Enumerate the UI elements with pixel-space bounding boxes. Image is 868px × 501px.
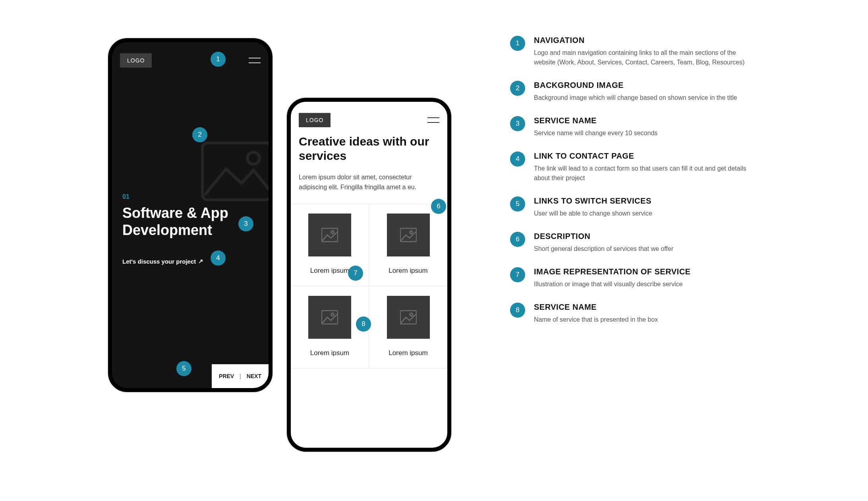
- service-image-placeholder-icon: [387, 214, 430, 256]
- annotation-badge: 7: [510, 267, 525, 282]
- annotation-description: Background image which will change based…: [534, 93, 756, 103]
- annotation-item: 6 DESCRIPTION Short general description …: [510, 232, 764, 254]
- hamburger-icon[interactable]: [427, 117, 439, 123]
- svg-rect-4: [400, 228, 416, 242]
- svg-point-7: [331, 313, 334, 316]
- annotation-title: BACKGROUND IMAGE: [534, 81, 764, 90]
- services-grid: Lorem ipsum Lorem ipsum: [291, 204, 447, 369]
- annotation-description: Short general description of services th…: [534, 244, 756, 254]
- service-card[interactable]: Lorem ipsum: [369, 204, 447, 286]
- svg-point-5: [410, 231, 412, 233]
- annotation-badge: 4: [510, 151, 525, 167]
- annotation-badge-6: 6: [431, 199, 446, 214]
- service-card[interactable]: Lorem ipsum: [369, 286, 447, 369]
- annotation-title: SERVICE NAME: [534, 303, 764, 312]
- logo[interactable]: LOGO: [120, 53, 152, 68]
- next-button[interactable]: NEXT: [247, 373, 261, 379]
- service-card-label: Lorem ipsum: [310, 349, 349, 357]
- annotation-description: Name of service that is presented in the…: [534, 315, 756, 324]
- services-heading: Creative ideas with our services: [299, 134, 439, 163]
- annotation-item: 3 SERVICE NAME Service name will change …: [510, 116, 764, 138]
- svg-point-9: [410, 313, 412, 316]
- annotation-badge-3: 3: [238, 216, 253, 231]
- svg-rect-0: [202, 143, 271, 200]
- annotation-item: 8 SERVICE NAME Name of service that is p…: [510, 303, 764, 324]
- annotation-description: User will be able to change shown servic…: [534, 209, 756, 218]
- service-card-label: Lorem ipsum: [389, 267, 427, 275]
- annotation-title: LINK TO CONTACT PAGE: [534, 151, 764, 161]
- annotation-description: Service name will change every 10 second…: [534, 128, 756, 138]
- service-image-placeholder-icon: [387, 296, 430, 339]
- cta-label: Let's discuss your project: [122, 258, 196, 265]
- annotation-badge-8: 8: [356, 317, 371, 332]
- annotation-item: 4 LINK TO CONTACT PAGE The link will lea…: [510, 151, 764, 183]
- annotation-description: Logo and main navigation containing link…: [534, 48, 756, 67]
- annotation-title: LINKS TO SWITCH SERVICES: [534, 196, 764, 206]
- annotation-badge-7: 7: [348, 266, 363, 281]
- annotation-badge: 1: [510, 36, 525, 51]
- service-pager: PREV | NEXT: [212, 364, 269, 388]
- pager-separator: |: [240, 373, 241, 379]
- annotation-list: 1 NAVIGATION Logo and main navigation co…: [510, 36, 764, 338]
- service-card-label: Lorem ipsum: [389, 349, 427, 357]
- svg-rect-6: [322, 311, 338, 324]
- logo[interactable]: LOGO: [299, 113, 331, 127]
- annotation-item: 5 LINKS TO SWITCH SERVICES User will be …: [510, 196, 764, 218]
- svg-point-1: [247, 152, 259, 164]
- annotation-title: IMAGE REPRESENTATION OF SERVICE: [534, 267, 764, 276]
- svg-rect-8: [400, 311, 416, 324]
- annotation-title: SERVICE NAME: [534, 116, 764, 125]
- annotation-item: 2 BACKGROUND IMAGE Background image whic…: [510, 81, 764, 103]
- background-image-placeholder-icon: [201, 142, 273, 201]
- services-description: Lorem ipsum dolor sit amet, consectetur …: [299, 173, 439, 192]
- service-image-placeholder-icon: [308, 296, 351, 339]
- annotation-badge-1: 1: [211, 52, 226, 67]
- annotation-badge: 6: [510, 232, 525, 247]
- discuss-project-link[interactable]: Let's discuss your project ↗: [122, 258, 203, 265]
- annotation-item: 7 IMAGE REPRESENTATION OF SERVICE Illust…: [510, 267, 764, 289]
- svg-point-3: [331, 231, 334, 233]
- service-card-label: Lorem ipsum: [310, 267, 349, 275]
- phone-dark-mockup: LOGO 01 Software & App Development Let's…: [108, 38, 273, 392]
- annotation-badge: 3: [510, 116, 525, 131]
- annotation-badge-5: 5: [176, 361, 191, 376]
- arrow-up-right-icon: ↗: [198, 258, 203, 265]
- annotation-description: Illustration or image that will visually…: [534, 280, 756, 289]
- phone-light-mockup: LOGO Creative ideas with our services Lo…: [287, 98, 451, 452]
- annotation-title: DESCRIPTION: [534, 232, 764, 241]
- svg-rect-2: [322, 228, 338, 242]
- annotation-badge-2: 2: [192, 127, 207, 142]
- annotation-title: NAVIGATION: [534, 36, 764, 45]
- hamburger-icon[interactable]: [249, 58, 261, 63]
- annotation-badge: 2: [510, 81, 525, 96]
- service-image-placeholder-icon: [308, 214, 351, 256]
- hero-index: 01: [122, 193, 261, 200]
- annotation-description: The link will lead to a contact form so …: [534, 164, 756, 183]
- annotation-item: 1 NAVIGATION Logo and main navigation co…: [510, 36, 764, 67]
- prev-button[interactable]: PREV: [219, 373, 234, 379]
- annotation-badge: 8: [510, 303, 525, 318]
- annotation-badge: 5: [510, 196, 525, 212]
- annotation-badge-4: 4: [211, 250, 226, 266]
